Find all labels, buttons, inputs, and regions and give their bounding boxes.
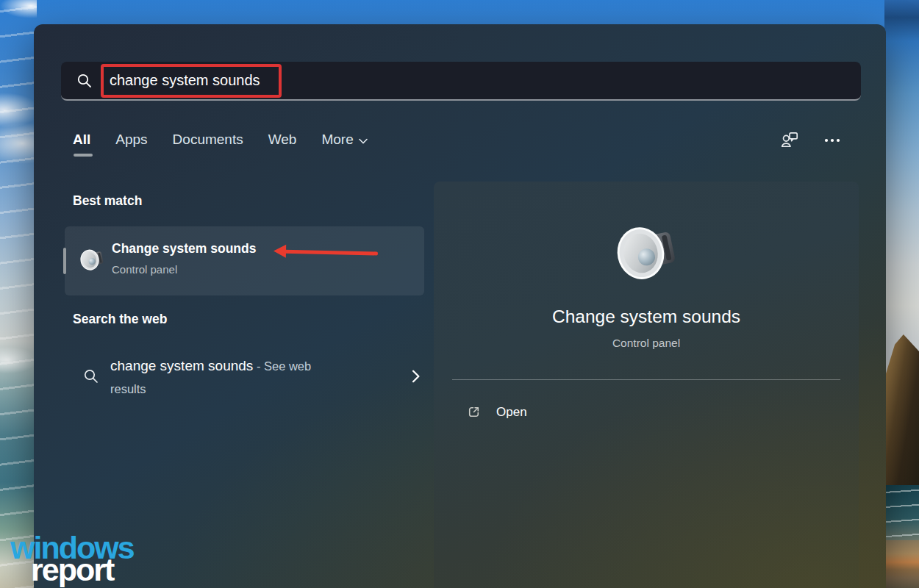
more-options-icon[interactable]: [824, 138, 840, 143]
tab-documents[interactable]: Documents: [173, 132, 243, 157]
wallpaper-beach: [884, 540, 919, 588]
tab-web[interactable]: Web: [268, 132, 297, 157]
tab-apps[interactable]: Apps: [115, 132, 147, 157]
search-icon: [82, 368, 100, 385]
web-search-result[interactable]: change system sounds - See web results: [65, 348, 424, 429]
search-filter-tabs: All Apps Documents Web More: [73, 132, 368, 157]
best-match-heading: Best match: [73, 193, 142, 209]
account-feedback-icon[interactable]: [779, 130, 799, 150]
best-match-subtitle: Control panel: [112, 263, 177, 276]
open-label: Open: [496, 405, 527, 420]
result-detail-pane: Change system sounds Control panel Open: [434, 182, 859, 588]
search-icon: [76, 72, 93, 90]
tab-all[interactable]: All: [73, 132, 90, 157]
chevron-down-icon: [359, 132, 368, 148]
wallpaper-sea: [884, 485, 919, 540]
annotation-arrow: [273, 245, 378, 260]
web-result-query: change system sounds: [110, 358, 253, 373]
open-action[interactable]: Open: [466, 404, 859, 420]
divider: [452, 379, 840, 380]
open-icon: [466, 404, 482, 420]
detail-title: Change system sounds: [434, 306, 859, 327]
best-match-title: Change system sounds: [112, 241, 256, 257]
chevron-right-icon[interactable]: [411, 370, 421, 383]
speaker-icon-large: [611, 217, 682, 287]
web-result-text: change system sounds - See web results: [110, 355, 340, 401]
annotation-red-box: change system sounds: [101, 64, 282, 98]
best-match-result[interactable]: Change system sounds Control panel: [65, 226, 424, 295]
windows-report-logo: windows report: [10, 535, 134, 582]
speaker-icon: [78, 245, 106, 273]
selection-indicator: [63, 248, 66, 274]
wallpaper-left-strip: [0, 0, 37, 588]
search-flyout-panel: change system sounds All Apps Documents …: [34, 24, 886, 588]
web-section-heading: Search the web: [73, 312, 167, 327]
header-icons: [779, 130, 840, 150]
tab-more[interactable]: More: [321, 132, 367, 157]
detail-subtitle: Control panel: [434, 337, 859, 350]
search-query-text[interactable]: change system sounds: [110, 72, 260, 89]
search-input[interactable]: change system sounds: [61, 62, 861, 101]
